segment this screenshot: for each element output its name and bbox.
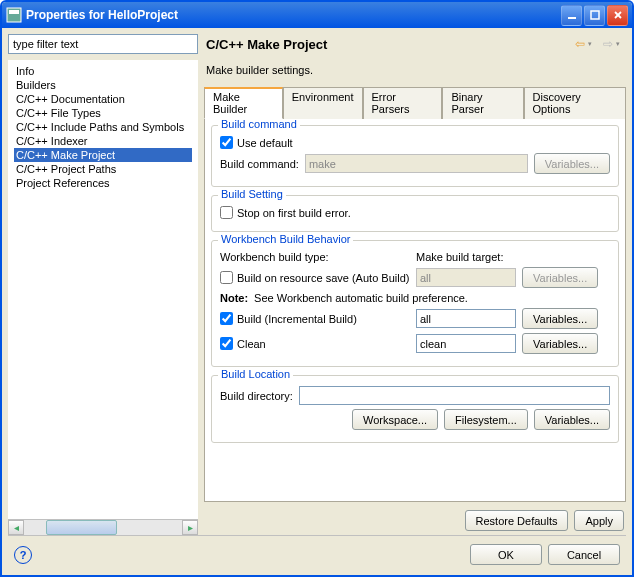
tab-body: Build command Use default Build command:… bbox=[204, 119, 626, 502]
tree-item[interactable]: Info bbox=[14, 64, 192, 78]
tab[interactable]: Make Builder bbox=[204, 87, 283, 119]
inc-variables-button[interactable]: Variables... bbox=[522, 308, 598, 329]
forward-icon: ⇨ bbox=[600, 36, 616, 52]
close-button[interactable] bbox=[607, 5, 628, 26]
filter-input[interactable] bbox=[8, 34, 198, 54]
use-default-checkbox[interactable]: Use default bbox=[220, 136, 293, 149]
clean-variables-button[interactable]: Variables... bbox=[522, 333, 598, 354]
help-icon[interactable]: ? bbox=[14, 546, 32, 564]
window-title: Properties for HelloProject bbox=[26, 8, 559, 22]
bc-variables-button: Variables... bbox=[534, 153, 610, 174]
tree-item[interactable]: C/C++ Make Project bbox=[14, 148, 192, 162]
group-workbench: Workbench Build Behavior Workbench build… bbox=[211, 240, 619, 367]
fwd-menu-icon: ▾ bbox=[616, 40, 624, 48]
group-build-location: Build Location Build directory: Workspac… bbox=[211, 375, 619, 443]
apply-button[interactable]: Apply bbox=[574, 510, 624, 531]
ok-button[interactable]: OK bbox=[470, 544, 542, 565]
tab[interactable]: Environment bbox=[283, 87, 363, 119]
title-bar: Properties for HelloProject bbox=[2, 2, 632, 28]
build-command-input bbox=[305, 154, 528, 173]
scroll-right-icon[interactable]: ▸ bbox=[182, 520, 198, 535]
right-pane: C/C++ Make Project ⇦ ▾ ⇨ ▾ Make builder … bbox=[204, 34, 626, 535]
bl-variables-button[interactable]: Variables... bbox=[534, 409, 610, 430]
page-subtitle: Make builder settings. bbox=[204, 58, 626, 86]
auto-target-input bbox=[416, 268, 516, 287]
svg-rect-2 bbox=[568, 17, 576, 19]
window-icon bbox=[6, 7, 22, 23]
tree-item[interactable]: C/C++ Indexer bbox=[14, 134, 192, 148]
page-title: C/C++ Make Project bbox=[206, 37, 568, 52]
filesystem-button[interactable]: Filesystem... bbox=[444, 409, 528, 430]
maximize-button[interactable] bbox=[584, 5, 605, 26]
build-command-label: Build command: bbox=[220, 158, 299, 170]
clean-target-input[interactable] bbox=[416, 334, 516, 353]
category-tree[interactable]: InfoBuildersC/C++ DocumentationC/C++ Fil… bbox=[8, 60, 198, 519]
note-text: See Workbench automatic build preference… bbox=[254, 292, 468, 304]
footer: ? OK Cancel bbox=[8, 535, 626, 569]
group-build-setting: Build Setting Stop on first build error. bbox=[211, 195, 619, 232]
properties-window: Properties for HelloProject InfoBuilders… bbox=[0, 0, 634, 577]
scroll-left-icon[interactable]: ◂ bbox=[8, 520, 24, 535]
tab-bar: Make BuilderEnvironmentError ParsersBina… bbox=[204, 86, 626, 119]
back-menu-icon[interactable]: ▾ bbox=[588, 40, 596, 48]
group-title: Build command bbox=[218, 119, 300, 130]
auto-build-checkbox[interactable]: Build on resource save (Auto Build) bbox=[220, 271, 410, 284]
tree-item[interactable]: Builders bbox=[14, 78, 192, 92]
cancel-button[interactable]: Cancel bbox=[548, 544, 620, 565]
workspace-button[interactable]: Workspace... bbox=[352, 409, 438, 430]
wb-target-label: Make build target: bbox=[416, 251, 503, 263]
clean-checkbox[interactable]: Clean bbox=[220, 337, 410, 350]
group-build-command: Build command Use default Build command:… bbox=[211, 125, 619, 187]
back-icon[interactable]: ⇦ bbox=[572, 36, 588, 52]
tab[interactable]: Binary Parser bbox=[442, 87, 523, 119]
tree-item[interactable]: Project References bbox=[14, 176, 192, 190]
build-dir-input[interactable] bbox=[299, 386, 610, 405]
note-label: Note: bbox=[220, 292, 248, 304]
svg-rect-3 bbox=[591, 11, 599, 19]
content: InfoBuildersC/C++ DocumentationC/C++ Fil… bbox=[2, 28, 632, 575]
tree-item[interactable]: C/C++ Project Paths bbox=[14, 162, 192, 176]
tab[interactable]: Discovery Options bbox=[524, 87, 626, 119]
tree-item[interactable]: C/C++ Include Paths and Symbols bbox=[14, 120, 192, 134]
incremental-build-checkbox[interactable]: Build (Incremental Build) bbox=[220, 312, 410, 325]
tree-item[interactable]: C/C++ File Types bbox=[14, 106, 192, 120]
minimize-button[interactable] bbox=[561, 5, 582, 26]
stop-on-error-checkbox[interactable]: Stop on first build error. bbox=[220, 206, 351, 219]
wb-type-label: Workbench build type: bbox=[220, 251, 410, 263]
auto-variables-button: Variables... bbox=[522, 267, 598, 288]
left-pane: InfoBuildersC/C++ DocumentationC/C++ Fil… bbox=[8, 34, 198, 535]
scroll-thumb[interactable] bbox=[46, 520, 117, 535]
tree-item[interactable]: C/C++ Documentation bbox=[14, 92, 192, 106]
build-dir-label: Build directory: bbox=[220, 390, 293, 402]
tree-scrollbar[interactable]: ◂ ▸ bbox=[8, 519, 198, 535]
restore-defaults-button[interactable]: Restore Defaults bbox=[465, 510, 569, 531]
inc-target-input[interactable] bbox=[416, 309, 516, 328]
svg-rect-1 bbox=[9, 10, 19, 14]
tab[interactable]: Error Parsers bbox=[363, 87, 443, 119]
